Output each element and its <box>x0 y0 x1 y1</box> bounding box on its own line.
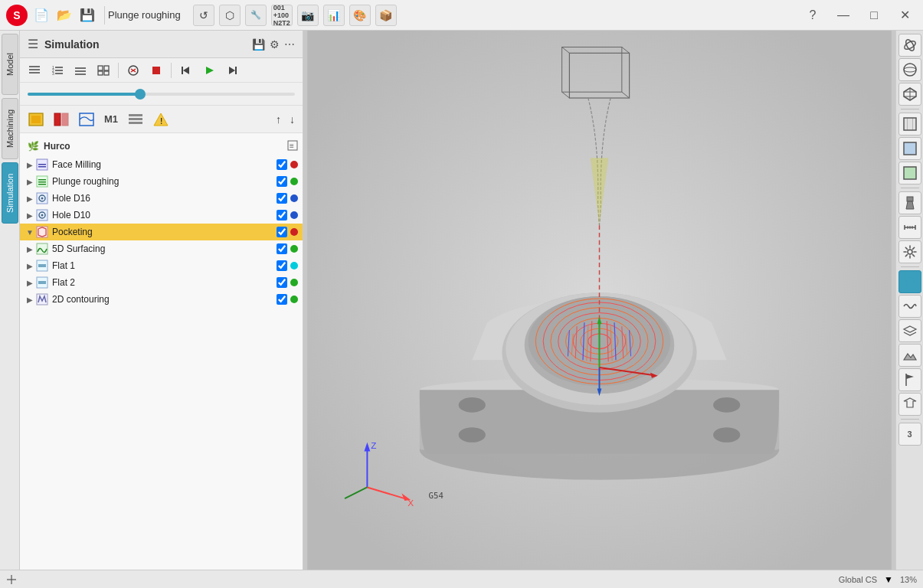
side-view-tool[interactable] <box>898 137 921 160</box>
tree-item-plunge-roughing[interactable]: ▶ Plunge roughing <box>20 173 303 190</box>
wave-tool[interactable] <box>898 295 921 318</box>
tree-expand-face-milling[interactable]: ▶ <box>25 159 35 170</box>
tree-check-plunge[interactable] <box>277 176 287 187</box>
tree-item-flat2[interactable]: ▶ Flat 2 <box>20 274 303 291</box>
tree-root-hurco[interactable]: 🌿 Hurco ≡ <box>20 136 303 156</box>
tree-check-face-milling[interactable] <box>277 159 287 170</box>
open-file-icon[interactable]: 📂 <box>57 8 72 22</box>
colors-tool[interactable]: 🎨 <box>349 5 371 26</box>
front-view-tool[interactable] <box>898 113 921 136</box>
tree-expand-hole10[interactable]: ▶ <box>25 210 35 220</box>
rotate-3d-tool[interactable] <box>898 34 921 57</box>
list-view-btn[interactable] <box>124 109 147 130</box>
counter-tool[interactable]: 001+100N2T2 <box>271 5 293 26</box>
stop-btn[interactable] <box>146 60 166 80</box>
panel-menu-icon[interactable]: ☰ <box>28 37 38 51</box>
tree-icon-flat1 <box>35 259 49 273</box>
viewport-3d[interactable]: Dynamic ▼ <box>303 31 895 570</box>
playback-toolbar: 123 <box>20 58 303 83</box>
svg-point-88 <box>459 427 486 443</box>
tree-expand-flat1[interactable]: ▶ <box>25 260 35 271</box>
tree-check-flat1[interactable] <box>277 260 287 271</box>
svg-text:3: 3 <box>52 71 54 76</box>
window-controls: ? — □ ✕ <box>800 3 917 28</box>
tab-model[interactable]: Model <box>2 34 18 95</box>
measure-tool[interactable] <box>898 216 921 239</box>
close-button[interactable]: ✕ <box>892 3 917 28</box>
panel-more-icon[interactable]: ⋯ <box>284 38 295 51</box>
undo-tool[interactable]: ↺ <box>193 5 214 26</box>
tree-check-hole16[interactable] <box>277 193 287 204</box>
tab-simulation[interactable]: Simulation <box>2 162 18 224</box>
iso-view-tool[interactable] <box>898 83 921 106</box>
grid-btn[interactable] <box>93 60 113 80</box>
tab-machining[interactable]: Machining <box>2 98 18 159</box>
warning-btn[interactable]: ! <box>149 109 172 130</box>
next-btn[interactable] <box>222 60 242 80</box>
tree-item-pocketing[interactable]: ▼ Pocketing <box>20 224 303 240</box>
sphere-view-tool[interactable] <box>898 58 921 81</box>
tree-expand-pocketing[interactable]: ▼ <box>25 227 35 237</box>
tree-check-flat2[interactable] <box>277 277 287 288</box>
tree-item-hole-d16[interactable]: ▶ Hole D16 <box>20 190 303 207</box>
numbered-lines-btn[interactable]: 123 <box>47 60 67 80</box>
tree-dot-hole16 <box>290 194 298 202</box>
progress-slider-thumb[interactable] <box>135 89 146 100</box>
svg-point-86 <box>459 397 486 413</box>
tree-expand-flat2[interactable]: ▶ <box>25 277 35 288</box>
new-file-icon[interactable]: 📄 <box>34 8 49 22</box>
export-tool[interactable] <box>898 393 921 416</box>
camera-tool[interactable]: 📷 <box>297 5 319 26</box>
flag-tool[interactable] <box>898 368 921 391</box>
minimize-button[interactable]: — <box>831 3 856 28</box>
panel-header-actions: 💾 ⚙ ⋯ <box>252 38 295 51</box>
tool-holder-display[interactable] <box>898 191 921 214</box>
tree-item-face-milling[interactable]: ▶ Face Milling <box>20 156 303 173</box>
stop-circle-btn[interactable] <box>123 60 143 80</box>
tree-expand-5d[interactable]: ▶ <box>25 243 35 254</box>
tree-item-5d-surfacing[interactable]: ▶ 5D Surfacing <box>20 240 303 257</box>
tree-check-pocketing[interactable] <box>277 227 287 237</box>
maximize-button[interactable]: □ <box>862 3 886 28</box>
tree-check-5d[interactable] <box>277 243 287 254</box>
prev-btn[interactable] <box>176 60 196 80</box>
tool-path-tool[interactable]: 🔧 <box>245 5 267 26</box>
box-tool[interactable]: 📦 <box>375 5 397 26</box>
panel-settings-icon[interactable]: ⚙ <box>270 38 280 51</box>
select-solid-btn[interactable] <box>25 109 47 130</box>
play-btn[interactable] <box>199 60 219 80</box>
tree-check-hole10[interactable] <box>277 210 287 220</box>
terrain-tool[interactable] <box>898 344 921 367</box>
tree-item-2d-contouring[interactable]: ▶ 2D contouring <box>20 291 303 308</box>
3d-scene: Z X G54 <box>303 31 895 570</box>
m1-btn[interactable]: M1 <box>100 109 122 130</box>
active-point-tool[interactable] <box>898 270 921 293</box>
save-file-icon[interactable]: 💾 <box>80 8 95 22</box>
svg-rect-24 <box>235 67 237 74</box>
tree-expand-2d[interactable]: ▶ <box>25 294 35 305</box>
chart-tool[interactable]: 📊 <box>323 5 345 26</box>
move-down-btn[interactable]: ↓ <box>286 109 298 130</box>
coord-dropdown-arrow[interactable]: ▼ <box>883 574 894 585</box>
help-button[interactable]: ? <box>800 3 825 28</box>
tree-expand-hole16[interactable]: ▶ <box>25 193 35 204</box>
top-view-tool[interactable] <box>898 162 921 185</box>
layers-tool[interactable] <box>898 319 921 342</box>
tree-root-action[interactable]: ≡ <box>287 140 298 153</box>
all-lines-btn[interactable] <box>25 60 44 80</box>
move-up-btn[interactable]: ↑ <box>273 109 284 130</box>
tree-check-2d[interactable] <box>277 294 287 305</box>
panel-save-icon[interactable]: 💾 <box>252 38 265 51</box>
app-logo: S <box>6 5 28 26</box>
settings-tool[interactable] <box>898 240 921 263</box>
tree-expand-plunge[interactable]: ▶ <box>25 176 35 187</box>
tree-item-flat1[interactable]: ▶ Flat 1 <box>20 257 303 274</box>
progress-slider-track[interactable] <box>28 93 295 96</box>
tree-item-hole-d10[interactable]: ▶ Hole D10 <box>20 207 303 224</box>
tool-display-btn[interactable] <box>50 109 73 130</box>
3d-view-tool[interactable]: ⬡ <box>219 5 241 26</box>
surface-display-btn[interactable] <box>75 109 98 130</box>
lines-btn[interactable] <box>70 60 90 80</box>
zoom-level: 13% <box>900 575 917 584</box>
svg-text:X: X <box>407 498 414 508</box>
